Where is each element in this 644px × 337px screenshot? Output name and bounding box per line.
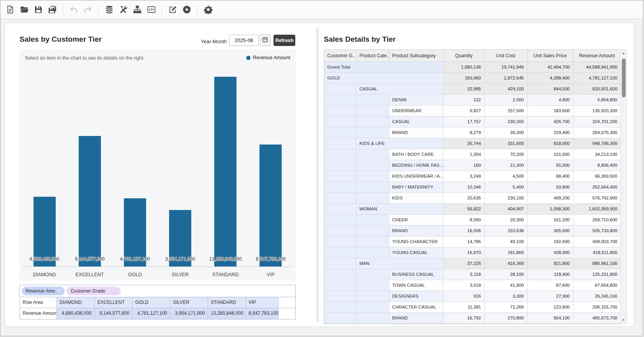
row-indent-cell <box>324 291 356 302</box>
column-header-revenue-amount[interactable]: Revenue Amount <box>573 50 620 62</box>
toolbar-settings-button[interactable] <box>201 3 215 17</box>
pivot-column-header[interactable]: SILVER <box>170 297 208 308</box>
row-indent-cell <box>324 116 356 127</box>
column-header-customer-g[interactable]: Customer G.. <box>324 50 356 62</box>
table-row[interactable]: GOLD183,9601,872,5454,288,4004,781,127,1… <box>324 72 620 83</box>
pivot-grid: Revenue AmoCustomer Grade Row AreaDIAMON… <box>19 285 296 319</box>
pivot-value-cell[interactable]: 3,954,171,900 <box>170 308 208 319</box>
toolbar-open-folder-button[interactable] <box>17 3 31 17</box>
panel-splitter[interactable] <box>316 28 319 322</box>
table-row[interactable]: YOUNG CASUAL16,970181,869438,900418,511,… <box>324 247 620 258</box>
table-row[interactable]: BATH / BODY CARE1,35470,200101,60034,213… <box>324 149 620 160</box>
toolbar-run-button[interactable] <box>180 3 194 17</box>
pivot-column-header[interactable]: DIAMOND <box>57 297 95 308</box>
chart-bar-gold[interactable]: 4,781,127,100 <box>112 63 157 266</box>
pivot-value-cell[interactable]: 8,547,783,100 <box>246 308 279 319</box>
toolbar-database-button[interactable] <box>102 3 116 17</box>
table-row[interactable]: MAN37,225416,369921,800880,961,100 <box>324 258 620 269</box>
value-cell: 17,757 <box>443 116 484 127</box>
row-indent-cell <box>356 192 389 203</box>
bar-value-label: 3,954,171,900 <box>165 256 195 262</box>
pivot-value-cell[interactable]: 4,781,127,100 <box>132 308 170 319</box>
row-indent-cell <box>324 105 356 116</box>
scrollbar-thumb[interactable] <box>622 58 626 97</box>
table-row[interactable]: TOWN CASUAL3,01841,90087,60067,654,800 <box>324 280 620 291</box>
pivot-column-header[interactable]: EXCELLENT <box>95 297 132 308</box>
row-indent-cell <box>356 182 389 192</box>
details-table: Customer G..Product Cate...Product Subca… <box>324 50 620 324</box>
toolbar-edit-button[interactable] <box>166 3 180 17</box>
toolbar-separator <box>98 4 99 16</box>
table-row[interactable]: DENIM1222,0004,8005,804,800 <box>324 94 620 105</box>
value-cell: 125,231,800 <box>573 269 620 280</box>
refresh-button[interactable]: Refresh <box>273 35 295 46</box>
table-row[interactable]: WOMAN56,822404,9071,098,3001,602,959,900 <box>324 203 620 214</box>
chart-bar-standard[interactable]: 13,280,846,000 <box>203 63 248 266</box>
value-cell: 5,400 <box>484 182 527 192</box>
pivot-column-header[interactable]: VIP <box>246 297 279 308</box>
pivot-field-customer-grade[interactable]: Customer Grade <box>67 287 121 295</box>
pivot-value-cell[interactable]: 9,144,577,800 <box>95 308 132 319</box>
table-row[interactable]: Grand Total1,680,13619,741,94942,494,700… <box>324 62 620 72</box>
value-cell: 157,500 <box>484 105 527 116</box>
table-row[interactable]: CASUAL17,757230,300426,700324,701,200 <box>324 116 620 127</box>
table-row[interactable]: CASUAL32,985429,100844,500820,501,600 <box>324 83 620 94</box>
year-month-input[interactable] <box>229 35 259 46</box>
chart-bar-vip[interactable]: 8,547,783,100 <box>248 63 293 266</box>
column-header-product-subcategory[interactable]: Product Subcategory <box>389 50 443 62</box>
table-row[interactable]: CHRACTER CASUAL11,38172,269123,800206,15… <box>324 302 620 312</box>
table-row[interactable]: CHEER8,56020,300161,200269,710,600 <box>324 214 620 225</box>
column-header-unit-sales-price[interactable]: Unit Sales Price <box>527 50 573 62</box>
table-row[interactable]: DESIGNERS9163,30027,90026,245,100 <box>324 291 620 302</box>
table-row[interactable]: YOUNG CHARACTER14,78649,100192,600409,00… <box>324 236 620 247</box>
value-cell: 135,920,300 <box>573 105 620 116</box>
toolbar-save-button[interactable] <box>31 3 45 17</box>
toolbar-undo-button <box>67 3 81 17</box>
value-cell: 404,907 <box>484 203 527 214</box>
table-row[interactable]: BRAND16,792270,800564,100455,673,700 <box>324 312 620 323</box>
calendar-button[interactable] <box>260 35 270 46</box>
pivot-row-area-cell: Row Area <box>20 297 57 308</box>
table-row[interactable]: BABY / MATERNITY10,3465,40093,800262,664… <box>324 182 620 192</box>
table-row[interactable]: BRAND8,27939,300229,400354,075,300 <box>324 127 620 138</box>
toolbar-build-tools-button[interactable] <box>116 3 130 17</box>
row-indent-cell <box>356 247 389 258</box>
chart-bar-excellent[interactable]: 9,144,577,800 <box>67 63 112 266</box>
column-header-unit-cost[interactable]: Unit Cost <box>484 50 527 62</box>
row-label: KIDS <box>389 192 443 203</box>
table-row[interactable]: BRAND16,506153,638305,600505,733,800 <box>324 225 620 236</box>
row-label: BABY / MATERNITY <box>389 182 443 192</box>
toolbar-code-button[interactable] <box>144 3 158 17</box>
table-row[interactable]: KIDS UNDERWEAR / A...3,2494,50068,40066,… <box>324 171 620 182</box>
table-row[interactable]: UNDERWEAR6,827157,500183,600135,920,300 <box>324 105 620 116</box>
value-cell: 34,213,100 <box>573 149 620 160</box>
column-header-quantity[interactable]: Quantity <box>443 50 484 62</box>
toolbar-new-document-button[interactable] <box>3 3 17 17</box>
row-indent-cell <box>356 94 389 105</box>
table-row[interactable]: KIDS & LIFE35,744331,500818,000948,796,3… <box>324 138 620 149</box>
pivot-value-cell[interactable]: 13,280,846,000 <box>208 308 246 319</box>
value-cell: 20,300 <box>484 214 527 225</box>
pivot-column-header[interactable]: GOLD <box>132 297 170 308</box>
table-row[interactable]: BEDDING / HOME FAS...16021,30055,0008,80… <box>324 160 620 171</box>
pivot-value-cell[interactable]: 4,880,436,000 <box>57 308 95 319</box>
column-header-product-cate[interactable]: Product Cate... <box>356 50 389 62</box>
scroll-up-button[interactable]: ▲ <box>621 50 626 56</box>
settings-icon <box>204 5 213 14</box>
chart-bar-diamond[interactable]: 4,880,436,000 <box>22 63 67 266</box>
bar-rect <box>259 145 282 266</box>
table-row[interactable]: KIDS20,635230,100499,200576,742,900 <box>324 192 620 203</box>
row-indent-cell <box>356 116 389 127</box>
toolbar-sitemap-button[interactable] <box>130 3 144 17</box>
scroll-down-button[interactable]: ▼ <box>621 317 626 323</box>
toolbar-save-all-button[interactable] <box>45 3 59 17</box>
chart-bar-silver[interactable]: 3,954,171,900 <box>158 63 203 266</box>
calendar-icon <box>262 36 268 44</box>
value-cell: 230,100 <box>484 192 527 203</box>
pivot-column-header[interactable]: STANDARD <box>208 297 246 308</box>
value-cell: 262,664,400 <box>573 182 620 192</box>
bar-value-label: 13,280,846,000 <box>209 256 242 262</box>
vertical-scrollbar[interactable]: ▲ ▼ <box>620 49 627 324</box>
pivot-field-revenue-amo[interactable]: Revenue Amo <box>22 287 65 295</box>
table-row[interactable]: BUSINESS CASUAL5,11828,100118,400125,231… <box>324 269 620 280</box>
